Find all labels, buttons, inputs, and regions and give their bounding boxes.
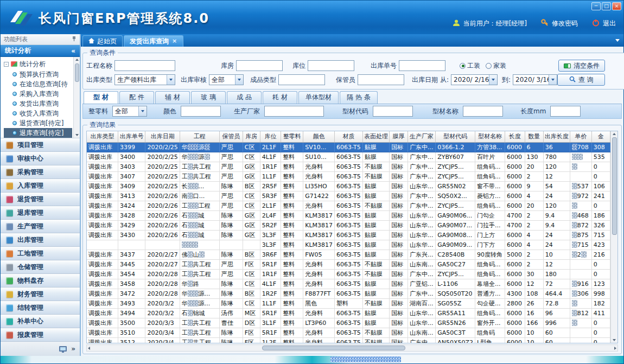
table-row[interactable]: 调拨出库34092020/2/25长...陈琳B区2R5F整料LI35HO606… <box>87 181 610 191</box>
sidebar-item-purchase[interactable]: 采购管理 <box>1 165 80 179</box>
tree-item[interactable]: 发货出库查询 <box>4 99 72 108</box>
sidebar-item-scrap[interactable]: 报废管理 <box>1 328 80 342</box>
minimize-button[interactable]: ─ <box>591 2 601 10</box>
clear-conditions-button[interactable]: 清空条件 <box>558 60 605 72</box>
keeper-input[interactable] <box>358 74 404 85</box>
tab-home[interactable]: 起始页 <box>82 35 123 47</box>
order-no-input[interactable] <box>399 60 445 71</box>
table-row[interactable]: 调拨出库35122020/3/4工共工程陈琳F区1L2F整料光身料6063-T5… <box>87 337 610 343</box>
material-tab[interactable]: 隔 热 条 <box>340 91 378 104</box>
table-row[interactable]: 3L3F整料KLM38176063-T5贴膜国标山东华...GA90M09...… <box>87 240 610 250</box>
product-type-input[interactable] <box>278 74 325 85</box>
length-input[interactable] <box>550 106 581 117</box>
sidebar-item-supplement[interactable]: 补单中心 <box>1 315 80 328</box>
scroll-up-icon[interactable] <box>75 59 79 61</box>
table-row[interactable]: 调拨出库34452020/2/27工共工程严思F区5R1F整料光身料6063-T… <box>87 259 610 269</box>
warehouse-input[interactable] <box>236 60 283 71</box>
column-header[interactable]: 材质 <box>335 131 363 142</box>
monitor-icon[interactable] <box>59 346 67 352</box>
scroll-thumb[interactable] <box>262 346 405 350</box>
more-sections-icon[interactable]: » <box>71 345 75 353</box>
scroll-left-icon[interactable] <box>88 347 90 350</box>
close-button[interactable]: × <box>612 2 621 10</box>
location-input[interactable] <box>308 60 354 71</box>
sidebar-item-outbound[interactable]: 出库管理 <box>1 233 80 247</box>
profile-code-input[interactable] <box>373 106 413 117</box>
table-row[interactable]: 调拨出库33992020/2/25华源严思C区2L1F整料SV10...6063… <box>87 142 610 152</box>
column-header[interactable]: 膜厚 <box>390 131 408 142</box>
column-header[interactable]: 生产厂家 <box>407 131 435 142</box>
tab-shipment-outbound-query[interactable]: 发货出库查询 × <box>124 35 183 47</box>
expander-icon[interactable]: - <box>4 62 9 67</box>
sidebar-item-audit-center[interactable]: 审核中心 <box>1 152 80 165</box>
change-password-link[interactable]: 修改密码 <box>552 19 578 28</box>
table-row[interactable]: 调拨出库34542020/2/28工共工程严思C区1R1F整料光身料6063-T… <box>87 269 610 279</box>
sidebar-item-finance[interactable]: 财务管理 <box>1 288 80 301</box>
sidebar-item-inventory[interactable]: 物料盘存 <box>1 274 80 288</box>
sidebar-section-header[interactable]: 统计分析 « <box>1 45 80 57</box>
material-tab[interactable]: 配 件 <box>119 91 154 104</box>
table-row[interactable]: 调拨出库34292020/2/26石城陈琳G区5R2F整料KLM38176063… <box>87 220 610 230</box>
sidebar-item-carryover[interactable]: 结转管理 <box>1 301 80 315</box>
column-header[interactable]: 库位 <box>260 131 281 142</box>
column-header[interactable]: 数量 <box>525 131 543 142</box>
column-header[interactable]: 出库长度 <box>543 131 570 142</box>
profile-name-input[interactable] <box>463 106 503 117</box>
table-row[interactable]: 调拨出库34372020/2/27佛山陈琳B区3R6F整料FW056063-T5… <box>87 250 610 259</box>
tree-root[interactable]: - 统计分析 <box>4 59 72 69</box>
sidebar-item-production[interactable]: 生产管理 <box>1 220 80 233</box>
table-row[interactable]: 调拨出库34302020/2/26石城陈琳G区3L3F整料KLM38176063… <box>87 230 610 240</box>
material-tab[interactable]: 耗 材 <box>263 91 297 104</box>
column-header[interactable]: 长度 <box>505 131 525 142</box>
scroll-thumb[interactable] <box>612 137 617 235</box>
table-row[interactable]: 调拨出库34942020/3/2石锦城汤伟M区5R1F整料光身料6063-T5贴… <box>87 308 610 318</box>
date-to-picker[interactable]: 2020/ 3/16 <box>513 74 557 85</box>
material-tab[interactable]: 玻 璃 <box>191 91 226 104</box>
radio-jiazhuang[interactable]: 家装 <box>486 61 506 71</box>
tab-list-caret-icon[interactable] <box>615 39 620 42</box>
project-name-input[interactable] <box>114 60 175 71</box>
maximize-button[interactable]: □ <box>602 2 611 10</box>
pin-icon[interactable] <box>72 36 77 43</box>
tree-scrollbar[interactable] <box>73 57 80 138</box>
table-vertical-scrollbar[interactable] <box>610 131 617 343</box>
column-header[interactable]: 出库单号 <box>118 131 145 142</box>
scroll-down-icon[interactable] <box>75 134 79 136</box>
column-header[interactable]: 金 <box>591 131 610 142</box>
column-header[interactable]: 颜色 <box>303 131 335 142</box>
sidebar-item-site[interactable]: 工地管理 <box>1 247 80 260</box>
material-tab[interactable]: 型 材 <box>84 91 118 104</box>
sidebar-item-warehouse-section[interactable]: 仓储管理 <box>1 260 80 274</box>
scroll-thumb[interactable] <box>75 63 79 82</box>
column-header[interactable]: 型材代码 <box>436 131 475 142</box>
table-row[interactable]: 调拨出库34242020/2/26工工程严思C区2L1F整料光身料6063-T5… <box>87 201 610 210</box>
column-header[interactable]: 单价 <box>570 131 591 142</box>
material-tab[interactable]: 单体型材 <box>298 91 339 104</box>
table-horizontal-scrollbar[interactable] <box>86 344 618 352</box>
sidebar-item-inbound[interactable]: 入库管理 <box>1 179 80 193</box>
column-header[interactable]: 保管员 <box>219 131 243 142</box>
column-header[interactable]: 表面处理 <box>362 131 390 142</box>
sidebar-item-return-goods[interactable]: 退货管理 <box>1 193 80 206</box>
radio-gongzhuang[interactable]: 工装 <box>460 61 480 71</box>
material-tab[interactable]: 成 品 <box>227 91 262 104</box>
tree-item[interactable]: 预算执行查询 <box>4 69 72 79</box>
table-row[interactable]: 调拨出库34072020/2/25工共工程严思G区1L1F整料光身料6063-T… <box>87 171 610 181</box>
table-row[interactable]: 调拨出库35102020/3/4工共工程陈琳F区5R1F整料光身料6063-T5… <box>87 328 610 337</box>
sidebar-item-return-warehouse[interactable]: 退库管理 <box>1 206 80 220</box>
column-header[interactable]: 型材名称 <box>475 131 505 142</box>
sidebar-item-project[interactable]: 项目管理 <box>1 138 80 152</box>
date-from-picker[interactable]: 2020/ 2/16 <box>451 74 498 85</box>
scroll-up-icon[interactable] <box>613 133 616 135</box>
out-type-select[interactable]: 生产领料出库 <box>114 74 175 85</box>
tab-close-icon[interactable]: × <box>171 39 177 44</box>
tree-item[interactable]: 退库查询[待定] <box>4 128 72 138</box>
column-header[interactable]: 出库日期 <box>145 131 180 142</box>
collapse-icon[interactable]: « <box>71 47 75 55</box>
table-row[interactable]: 调拨出库34002020/2/25华源严思C区4L1F整料SU10...6063… <box>87 152 610 162</box>
manufacturer-input[interactable] <box>264 106 324 117</box>
table-row[interactable]: 调拨出库34932020/3/2华源...陈琳C区1L1F整料黑色塑料不贴膜国标… <box>87 298 610 308</box>
scroll-right-icon[interactable] <box>614 347 616 350</box>
scroll-down-icon[interactable] <box>613 339 616 341</box>
logout-button[interactable]: 退出 <box>603 19 616 28</box>
